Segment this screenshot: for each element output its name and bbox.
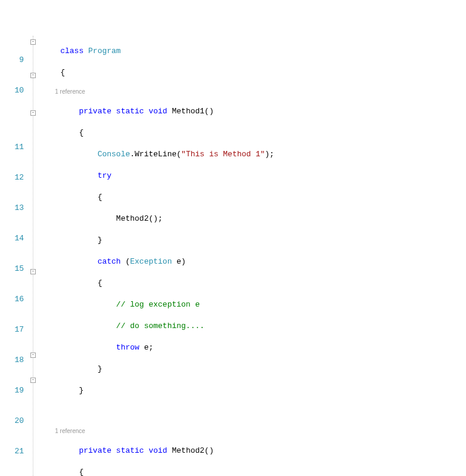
codelens[interactable]: 1 reference [42,88,466,96]
fold-toggle-icon[interactable]: - [30,353,36,358]
code-line[interactable]: } [42,363,466,375]
fold-toggle-icon[interactable]: - [30,39,36,45]
code-line[interactable]: // log exception e [42,298,466,311]
fold-column: - - - - - - [29,36,39,476]
keyword: class [60,47,83,55]
code-line[interactable]: try [42,169,466,182]
line-number: 9 [0,54,24,66]
fold-toggle-icon[interactable]: - [30,110,36,116]
code-line[interactable]: { [42,126,466,139]
line-number: 21 [0,445,24,458]
code-line[interactable]: class Program [42,45,466,57]
line-number: 10 [0,84,24,97]
type-name: Program [88,47,121,55]
code-line[interactable] [42,406,466,418]
code-line[interactable]: throw e; [42,341,466,354]
line-number: 15 [0,262,24,275]
fold-toggle-icon[interactable]: - [30,73,36,78]
line-number: 14 [0,232,24,245]
line-number: 18 [0,354,24,366]
code-line[interactable]: private static void Method1() [42,105,466,118]
line-number: 19 [0,384,24,397]
line-number: 11 [0,141,24,153]
code-editor[interactable]: 9 10 11 12 13 14 15 16 17 18 19 20 21 22… [0,36,466,476]
code-line[interactable]: // do something.... [42,320,466,332]
code-line[interactable]: } [42,384,466,397]
line-number [0,115,24,123]
code-line[interactable]: private static void Method2() [42,444,466,457]
codelens[interactable]: 1 reference [42,427,466,435]
code-line[interactable]: Console.WriteLine("This is Method 1"); [42,148,466,160]
fold-toggle-icon[interactable]: - [30,378,36,383]
code-line[interactable]: { [42,277,466,289]
code-line[interactable]: { [42,191,466,203]
code-line[interactable]: { [42,466,466,476]
line-number: 16 [0,293,24,305]
code-area[interactable]: class Program { 1 reference private stat… [39,36,466,476]
fold-toggle-icon[interactable]: - [30,269,36,274]
code-line[interactable]: { [42,66,466,79]
line-number: 13 [0,202,24,214]
code-line[interactable]: catch (Exception e) [42,255,466,268]
line-number: 12 [0,171,24,184]
line-number: 17 [0,323,24,336]
line-number: 20 [0,415,24,427]
code-line[interactable]: } [42,234,466,246]
line-number-gutter: 9 10 11 12 13 14 15 16 17 18 19 20 21 22… [0,36,29,476]
code-line[interactable]: Method2(); [42,212,466,225]
